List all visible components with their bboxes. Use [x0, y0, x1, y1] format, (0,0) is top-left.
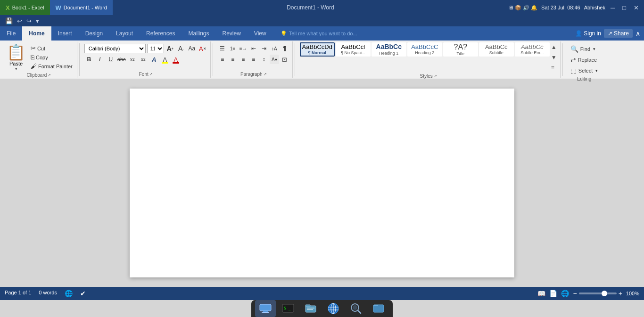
find-button[interactable]: 🔍 Find ▾ [568, 44, 601, 54]
style-subtitle[interactable]: AaBbCc Subtitle [479, 42, 514, 57]
align-center-button[interactable]: ≡ [228, 55, 238, 64]
tab-mailings[interactable]: Mailings [182, 26, 215, 41]
replace-button[interactable]: ⇄ Replace [568, 55, 601, 65]
styles-scroll-up[interactable]: ▲ [551, 43, 557, 51]
underline-button[interactable]: U [106, 55, 116, 64]
taskbar-files-icon[interactable] [300, 300, 321, 317]
collapse-ribbon-icon[interactable]: ∧ [636, 30, 640, 37]
share-button[interactable]: ↗ Share [604, 29, 633, 38]
shrink-font-button[interactable]: A- [176, 44, 186, 53]
taskbar-desktop-icon[interactable] [255, 300, 276, 317]
style-empty-2 [336, 57, 371, 72]
multilevel-list-button[interactable]: ≡→ [239, 44, 248, 53]
font-format-row: B I U abc x2 x2 A A A [84, 55, 207, 64]
tab-home[interactable]: Home [22, 26, 51, 41]
bullets-button[interactable]: ☰ [218, 44, 227, 53]
auth-area: 👤 Sign in ↗ Share ∧ [575, 26, 644, 41]
excel-tab[interactable]: X Book1 - Excel [0, 0, 50, 15]
paste-button[interactable]: 📋 Paste ▾ [4, 42, 28, 72]
format-painter-button[interactable]: 🖌 Format Painter [29, 62, 74, 70]
undo-button[interactable]: ↩ [16, 17, 24, 25]
title-bar-right: 🖥 📦 🔊 🔔 Sat 23 Jul, 08:46 Abhishek ─ □ ✕ [508, 3, 644, 12]
save-button[interactable]: 💾 [4, 17, 14, 25]
show-hide-button[interactable]: ¶ [280, 44, 289, 53]
highlight-color-button[interactable]: A [160, 55, 170, 64]
document-page[interactable] [130, 89, 514, 277]
paragraph-expand-icon[interactable]: ↗ [264, 72, 267, 76]
styles-scroll-down[interactable]: ▼ [551, 54, 557, 61]
tab-design[interactable]: Design [79, 26, 109, 41]
clear-format-button[interactable]: A✕ [198, 44, 207, 53]
tab-insert[interactable]: Insert [51, 26, 79, 41]
styles-expand-icon[interactable]: ↗ [434, 74, 437, 78]
bold-button[interactable]: B [84, 55, 94, 64]
sign-in-label: Sign in [584, 30, 601, 37]
redo-button[interactable]: ↪ [25, 17, 33, 25]
taskbar-search-icon[interactable] [346, 300, 366, 317]
copy-button[interactable]: ⎘ Copy [29, 53, 74, 61]
find-dropdown-icon[interactable]: ▾ [593, 47, 595, 51]
numbering-button[interactable]: 1≡ [228, 44, 238, 53]
style-heading2[interactable]: AaBbCcC Heading 2 [407, 42, 442, 57]
increase-indent-button[interactable]: ⇥ [259, 44, 269, 53]
zoom-thumb[interactable] [602, 291, 607, 296]
style-no-spacing[interactable]: AaBbCcl ¶ No Spaci... [336, 42, 371, 57]
sign-in-button[interactable]: 👤 Sign in [575, 30, 601, 37]
cut-button[interactable]: ✂ Cut [29, 44, 74, 52]
italic-button[interactable]: I [95, 55, 105, 64]
sort-button[interactable]: ↕A [270, 44, 279, 53]
font-size-select[interactable]: 11 [147, 44, 164, 53]
select-icon: ⬚ [570, 67, 577, 74]
font-family-select[interactable]: Calibri (Body) [84, 44, 146, 53]
clipboard-expand-icon[interactable]: ↗ [48, 73, 51, 77]
font-expand-icon[interactable]: ↗ [149, 72, 153, 76]
select-dropdown-icon[interactable]: ▾ [595, 68, 598, 73]
align-left-button[interactable]: ≡ [218, 55, 227, 64]
taskbar-terminal-icon[interactable]: $ _ [278, 300, 298, 317]
change-case-button[interactable]: Aa [187, 44, 197, 53]
minimize-button[interactable]: ─ [608, 3, 617, 12]
web-layout-icon[interactable]: 🌐 [561, 290, 569, 297]
strikethrough-button[interactable]: abc [117, 55, 126, 64]
style-title[interactable]: ?A? Title [443, 42, 478, 57]
tell-me-box[interactable]: 💡 Tell me what you want to do... [277, 26, 361, 41]
taskbar-browser-icon[interactable] [323, 300, 344, 317]
tab-references[interactable]: References [140, 26, 182, 41]
subscript-button[interactable]: x2 [128, 55, 137, 64]
style-subtle-emphasis[interactable]: AaBbCc Subtle Em... [515, 42, 550, 57]
tab-file[interactable]: File [0, 26, 22, 41]
text-effects-button[interactable]: A [149, 55, 159, 64]
read-mode-icon[interactable]: 📖 [537, 290, 545, 297]
taskbar-filemanager-icon[interactable] [368, 300, 389, 317]
line-spacing-button[interactable]: ↕ [259, 55, 269, 64]
styles-expand-button[interactable]: ≡ [551, 64, 557, 72]
zoom-in-button[interactable]: + [619, 290, 622, 297]
zoom-control: − + 100% [573, 290, 639, 297]
grow-font-button[interactable]: A+ [165, 44, 175, 53]
borders-button[interactable]: ⊡ [280, 55, 289, 64]
tab-layout[interactable]: Layout [109, 26, 140, 41]
style-normal[interactable]: AaBbCcDd ¶ Normal [300, 42, 335, 57]
paste-dropdown-icon[interactable]: ▾ [15, 66, 17, 71]
maximize-button[interactable]: □ [620, 3, 628, 12]
tab-review[interactable]: Review [215, 26, 247, 41]
print-layout-icon[interactable]: 📄 [549, 290, 557, 297]
tab-view[interactable]: View [248, 26, 273, 41]
word-tab[interactable]: W Document1 - Word [50, 0, 113, 15]
zoom-slider[interactable] [579, 293, 617, 294]
replace-label: Replace [578, 57, 597, 63]
style-heading1[interactable]: AaBbCc Heading 1 [372, 42, 406, 57]
document-area[interactable] [0, 79, 644, 287]
justify-button[interactable]: ≡ [249, 55, 258, 64]
customize-qat-button[interactable]: ▾ [34, 17, 41, 25]
find-label: Find [580, 46, 590, 52]
select-button[interactable]: ⬚ Select ▾ [568, 66, 601, 75]
decrease-indent-button[interactable]: ⇤ [249, 44, 258, 53]
align-right-button[interactable]: ≡ [239, 55, 248, 64]
font-color-button[interactable]: A [171, 55, 181, 64]
close-button[interactable]: ✕ [631, 3, 641, 12]
zoom-out-button[interactable]: − [573, 290, 577, 297]
font-label: Font ↗ [139, 71, 153, 77]
shading-button[interactable]: A▾ [270, 55, 279, 64]
superscript-button[interactable]: x2 [139, 55, 148, 64]
